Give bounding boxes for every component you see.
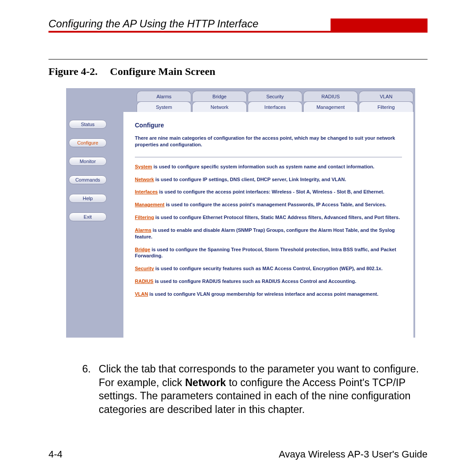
category-text: is used to configure security features s…	[154, 266, 383, 271]
nav-commands-button[interactable]: Commands	[69, 175, 107, 184]
tab-radius[interactable]: RADIUS	[303, 91, 358, 101]
panel-title: Configure	[135, 122, 402, 129]
tab-management[interactable]: Management	[303, 101, 358, 112]
figure-caption: Figure 4-2.Configure Main Screen	[48, 60, 428, 88]
footer-page-number: 4-4	[48, 449, 63, 460]
category-system: System is used to configure specific sys…	[135, 164, 402, 170]
category-vlan: VLAN is used to configure VLAN group mem…	[135, 291, 402, 298]
category-link-interfaces[interactable]: Interfaces	[135, 189, 158, 194]
category-text: is used to configure the access point in…	[158, 189, 384, 194]
category-text: is used to configure VLAN group membersh…	[148, 291, 379, 297]
nav-status-button[interactable]: Status	[69, 120, 107, 129]
tab-network[interactable]: Network	[192, 101, 247, 112]
category-link-security[interactable]: Security	[135, 266, 154, 271]
category-link-management[interactable]: Management	[135, 202, 164, 207]
category-text: is used to configure IP settings, DNS cl…	[154, 177, 346, 182]
figure-title: Configure Main Screen	[110, 66, 216, 77]
category-text: is used to enable and disable Alarm (SNM…	[135, 227, 395, 239]
instruction-text-bold: Network	[185, 377, 226, 388]
category-text: is used to configure the access point's …	[164, 202, 386, 207]
panel-intro-text: There are nine main categories of config…	[135, 135, 402, 148]
category-radius: RADIUS is used to configure RADIUS featu…	[135, 278, 402, 285]
tab-security[interactable]: Security	[248, 91, 302, 101]
category-link-radius[interactable]: RADIUS	[135, 279, 153, 284]
category-text: is used to configure Ethernet Protocol f…	[154, 215, 400, 220]
page-header-title: Configuring the AP Using the HTTP Interf…	[48, 18, 258, 31]
category-management: Management is used to configure the acce…	[135, 201, 402, 208]
nav-exit-button[interactable]: Exit	[69, 212, 107, 221]
category-link-system[interactable]: System	[135, 164, 152, 169]
category-link-vlan[interactable]: VLAN	[135, 291, 148, 297]
tab-bridge[interactable]: Bridge	[192, 91, 247, 101]
category-text: is used to configure specific system inf…	[152, 164, 374, 169]
category-link-network[interactable]: Network	[135, 177, 154, 182]
instruction-text: Click the tab that corresponds to the pa…	[99, 362, 428, 416]
category-text: is used to configure RADIUS features suc…	[153, 279, 356, 284]
category-filtering: Filtering is used to configure Ethernet …	[135, 214, 402, 221]
tab-system[interactable]: System	[137, 101, 191, 112]
nav-help-button[interactable]: Help	[69, 194, 107, 203]
content-panel: Configure There are nine main categories…	[123, 112, 413, 338]
category-link-alarms[interactable]: Alarms	[135, 227, 151, 233]
category-network: Network is used to configure IP settings…	[135, 176, 402, 183]
category-link-bridge[interactable]: Bridge	[135, 247, 150, 252]
category-text: is used to configure the Spanning Tree P…	[135, 247, 396, 259]
footer-doc-title: Avaya Wireless AP-3 User's Guide	[279, 449, 428, 460]
page-footer: 4-4 Avaya Wireless AP-3 User's Guide	[48, 449, 428, 460]
tab-row-lower: SystemNetworkInterfacesManagementFilteri…	[137, 100, 413, 112]
category-alarms: Alarms is used to enable and disable Ala…	[135, 227, 402, 240]
screenshot-configure-main: AlarmsBridgeSecurityRADIUSVLAN SystemNet…	[66, 88, 415, 338]
figure-label: Figure 4-2.	[48, 66, 98, 77]
category-link-filtering[interactable]: Filtering	[135, 215, 154, 220]
tab-vlan[interactable]: VLAN	[359, 91, 413, 101]
tab-row-upper: AlarmsBridgeSecurityRADIUSVLAN	[137, 90, 413, 101]
category-interfaces: Interfaces is used to configure the acce…	[135, 189, 402, 195]
header-accent-box	[331, 19, 428, 31]
category-bridge: Bridge is used to configure the Spanning…	[135, 246, 402, 260]
category-security: Security is used to configure security f…	[135, 265, 402, 272]
nav-monitor-button[interactable]: Monitor	[69, 157, 107, 166]
nav-configure-button[interactable]: Configure	[69, 138, 107, 147]
tab-filtering[interactable]: Filtering	[359, 101, 413, 112]
instruction-number: 6.	[75, 362, 91, 416]
left-nav: StatusConfigureMonitorCommandsHelpExit	[69, 120, 109, 221]
tab-interfaces[interactable]: Interfaces	[248, 101, 302, 112]
tab-alarms[interactable]: Alarms	[137, 91, 191, 101]
panel-divider	[135, 157, 402, 157]
instruction-step: 6. Click the tab that corresponds to the…	[75, 362, 428, 416]
